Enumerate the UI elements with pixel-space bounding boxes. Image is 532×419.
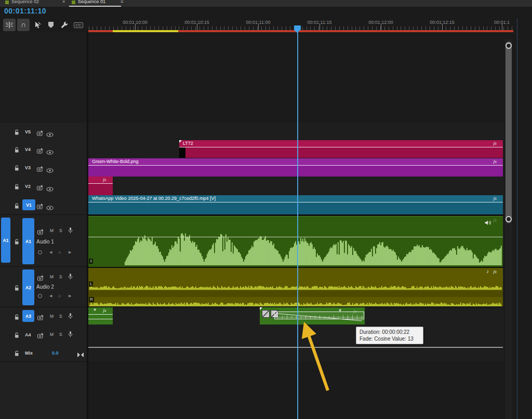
panel-menu-button[interactable]: ≡ — [121, 0, 123, 7]
track-content-v5[interactable] — [88, 123, 504, 141]
playhead-handle[interactable] — [294, 25, 301, 30]
sync-lock-toggle[interactable] — [37, 183, 44, 193]
voiceover-record-button[interactable] — [68, 226, 73, 236]
track-target-button[interactable]: A3 — [22, 310, 34, 322]
mute-button[interactable]: M — [50, 332, 54, 337]
ruler-tick-minor — [282, 26, 282, 30]
track-header-mix: Mix 0.0 — [0, 343, 87, 362]
track-output-toggle[interactable] — [46, 203, 54, 212]
clip-whatsapp-video[interactable]: WhatsApp Video 2025-04-27 at 00.20.29_c7… — [88, 195, 503, 214]
audio-waveform — [88, 268, 503, 306]
next-keyframe-button[interactable]: ▶ — [69, 250, 71, 254]
track-target-button[interactable]: V2 — [25, 184, 31, 189]
sync-lock-toggle[interactable] — [37, 227, 44, 237]
previous-keyframe-button[interactable]: ◀ — [49, 250, 52, 254]
clip-audio-3-left[interactable]: * fx — [88, 307, 113, 325]
fade-selection-box[interactable] — [274, 312, 364, 319]
voiceover-record-button[interactable] — [68, 312, 73, 321]
track-target-button[interactable]: V4 — [25, 147, 31, 152]
previous-keyframe-button[interactable]: ◀ — [49, 294, 52, 298]
track-target-button[interactable]: V5 — [25, 129, 31, 134]
lock-toggle[interactable] — [14, 202, 19, 211]
mute-button[interactable]: M — [50, 228, 54, 233]
add-keyframe-button[interactable]: ◇ — [58, 294, 61, 298]
track-target-button[interactable]: A4 — [25, 332, 31, 337]
mix-volume-value[interactable]: 0.0 — [52, 350, 59, 356]
lock-toggle[interactable] — [14, 331, 19, 341]
ruler-tick-minor — [450, 26, 450, 30]
lock-toggle[interactable] — [14, 164, 19, 173]
channel-badge: 1 — [89, 259, 93, 264]
sync-lock-toggle[interactable] — [37, 274, 44, 283]
mute-button[interactable]: M — [50, 314, 54, 319]
clip-green-white-bold[interactable]: Green-White-Bold.png fx — [88, 158, 503, 177]
ruler-tick-minor — [286, 26, 286, 30]
clip-audio-2[interactable]: L R ♪ fx — [88, 268, 503, 306]
clip-v2-short[interactable]: fx — [88, 177, 113, 195]
track-content-mix[interactable] — [88, 343, 504, 362]
track-name-label[interactable]: Audio 2 — [36, 284, 54, 290]
sync-lock-toggle[interactable] — [37, 146, 44, 156]
track-target-button[interactable]: A1 — [22, 218, 34, 264]
audio-transition-box[interactable] — [262, 310, 270, 318]
lock-toggle[interactable] — [14, 183, 19, 192]
track-output-toggle[interactable] — [46, 130, 54, 139]
mute-button[interactable]: M — [50, 274, 54, 279]
eye-icon — [46, 168, 54, 173]
track-output-toggle[interactable] — [46, 166, 54, 175]
voiceover-record-button[interactable] — [68, 330, 73, 340]
ruler-tick-minor — [138, 26, 138, 30]
ruler-tick-minor — [273, 26, 274, 30]
clip-lt72[interactable]: LT72 fx — [179, 140, 503, 158]
ruler-tick-minor — [253, 26, 254, 30]
keyframe-toggle[interactable] — [38, 250, 42, 254]
clip-volume-line[interactable] — [88, 237, 503, 237]
sync-lock-toggle[interactable] — [37, 202, 44, 211]
mix-volume-line[interactable] — [88, 347, 503, 348]
track-content-v2[interactable] — [88, 177, 504, 196]
time-ruler[interactable]: 00:01:10:0000:01:10:1500:01:11:0000:01:1… — [0, 19, 532, 32]
track-target-button[interactable]: A2 — [22, 269, 34, 305]
track-output-toggle[interactable] — [46, 147, 54, 157]
track-target-button[interactable]: V1 — [22, 199, 35, 210]
playhead-timecode[interactable]: 00:01:11:10 — [4, 7, 46, 15]
lock-toggle[interactable] — [14, 128, 19, 138]
lock-toggle[interactable] — [14, 146, 19, 155]
sync-lock-toggle[interactable] — [37, 313, 44, 322]
track-target-button[interactable]: V3 — [25, 165, 31, 170]
solo-button[interactable]: S — [59, 314, 62, 319]
add-keyframe-button[interactable]: ◇ — [58, 250, 61, 254]
track-name-label[interactable]: Audio 1 — [36, 239, 54, 245]
track-output-toggle[interactable] — [46, 184, 54, 194]
lock-toggle[interactable] — [14, 349, 19, 359]
clip-audio-1[interactable]: fx 1 — [88, 216, 503, 267]
source-patch-a1[interactable]: A1 — [1, 218, 10, 263]
lock-icon — [14, 285, 19, 291]
sync-lock-toggle[interactable] — [37, 165, 44, 174]
clip-volume-line[interactable] — [88, 319, 113, 319]
lock-toggle[interactable] — [14, 238, 19, 247]
scrollbar-bottom-handle[interactable] — [506, 216, 512, 222]
solo-button[interactable]: S — [59, 332, 62, 337]
lock-toggle[interactable] — [14, 313, 19, 322]
sync-lock-toggle[interactable] — [37, 331, 44, 341]
ruler-tick-minor — [508, 26, 508, 30]
keyframe-toggle[interactable] — [38, 294, 42, 298]
scrollbar-top-handle[interactable] — [506, 43, 512, 49]
lock-toggle[interactable] — [14, 284, 19, 293]
track-content-a4[interactable] — [88, 325, 504, 344]
solo-button[interactable]: S — [59, 228, 62, 233]
tab-close-button[interactable]: × — [62, 0, 65, 7]
ruler-tick-minor — [417, 26, 418, 30]
sync-lock-toggle[interactable] — [37, 129, 44, 138]
clip-audio-3-right[interactable]: * fx — [260, 307, 365, 325]
next-keyframe-button[interactable]: ▶ — [69, 294, 71, 298]
solo-button[interactable]: S — [59, 274, 62, 279]
pan-bowtie-button[interactable] — [77, 350, 84, 359]
lock-icon — [14, 147, 19, 153]
vertical-scrollbar-thumb[interactable] — [506, 42, 512, 223]
fx-badge: fx — [494, 269, 497, 274]
tab-sequence-02[interactable]: Sequence 02 — [5, 0, 39, 7]
track-header-v5: V5 — [0, 123, 87, 141]
voiceover-record-button[interactable] — [68, 273, 73, 282]
